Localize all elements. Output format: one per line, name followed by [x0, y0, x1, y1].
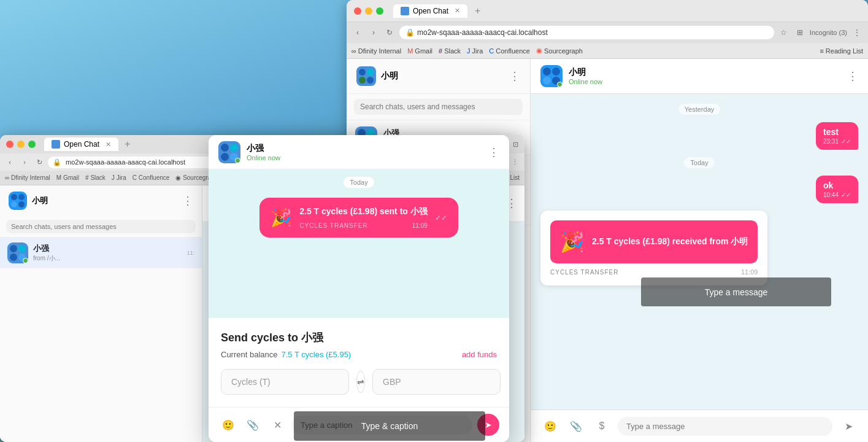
forward-btn-back[interactable]: › — [367, 26, 380, 39]
swap-button[interactable]: ⇌ — [356, 371, 365, 393]
bookmark-reading-list[interactable]: ≡ Reading List — [820, 47, 863, 55]
forward-btn-front[interactable]: › — [18, 156, 31, 168]
cycles-card-back: 🎉 2.5 T cycles (£1.98) received from 小明 … — [540, 211, 767, 285]
sidebar-header-back: 小明 ⋮ — [347, 59, 530, 94]
cycles-card-footer: CYCLES TRANSFER 11:09 — [550, 268, 758, 276]
menu-btn-front[interactable]: ⋮ — [509, 156, 521, 168]
modal-chat-status: Online now — [247, 154, 280, 161]
back-btn-front[interactable]: ‹ — [4, 156, 16, 168]
modal-cycles-label: CYCLES TRANSFER — [299, 222, 368, 229]
new-tab-btn-back[interactable]: + — [475, 6, 480, 17]
emoji-btn-back[interactable]: 🙂 — [540, 416, 560, 436]
close-button-front[interactable] — [6, 141, 13, 148]
back-btn-back[interactable]: ‹ — [351, 26, 364, 39]
modal-chat-area: Today 🎉 2.5 T cycles (£1.98) sent to 小强 … — [209, 169, 509, 318]
bm-jira-front[interactable]: J Jira — [112, 174, 126, 181]
avatar-dot-1 — [359, 69, 366, 76]
bookmark-slack[interactable]: # Slack — [439, 47, 461, 55]
url-bar-back[interactable]: 🔒 mo2w-sqaaa-aaaaa-aaacq-cai.localhost — [399, 26, 774, 39]
modal-online-indicator — [235, 158, 240, 163]
modal-cycles-bubble: 🎉 2.5 T cycles (£1.98) sent to 小强 CYCLES… — [259, 198, 458, 238]
emoji-btn-modal[interactable]: 🙂 — [218, 415, 238, 435]
search-input-back[interactable] — [354, 99, 523, 115]
extensions-btn-back[interactable]: ⊞ — [794, 26, 806, 39]
reload-btn-back[interactable]: ↻ — [383, 26, 396, 39]
add-funds-link[interactable]: add funds — [462, 350, 497, 359]
sourcegraph-icon: ◉ — [536, 47, 542, 55]
send-btn-back[interactable]: ➤ — [839, 416, 858, 436]
modal-more-btn[interactable]: ⋮ — [488, 145, 499, 159]
balance-label: Current balance — [221, 350, 278, 359]
slack-icon: # — [439, 47, 442, 55]
bookmark-confluence[interactable]: C Confluence — [489, 47, 530, 55]
swap-icon: ⇌ — [357, 377, 364, 387]
header-user-details: 小明 Online now — [569, 67, 602, 85]
browser-tab-front[interactable]: Open Chat ✕ — [44, 138, 118, 151]
send-cycles-form: Send cycles to 小强 Current balance 7.5 T … — [209, 318, 509, 407]
party-icon-back: 🎉 — [560, 230, 585, 254]
check-icon-ok: ✓✓ — [841, 192, 851, 198]
search-area-back — [347, 94, 530, 120]
bookmark-btn-back[interactable]: ☆ — [778, 26, 790, 39]
modal-today-label: Today — [344, 177, 374, 188]
chat-more-btn-back[interactable]: ⋮ — [847, 69, 858, 83]
tab-close-back[interactable]: ✕ — [455, 7, 460, 15]
attachment-btn-back[interactable]: 📎 — [566, 416, 586, 436]
online-front-1 — [23, 258, 28, 263]
my-avatar-front — [9, 192, 27, 210]
maximize-button-front[interactable] — [28, 141, 36, 148]
search-input-front[interactable] — [6, 220, 196, 233]
reading-list-icon: ≡ — [820, 47, 823, 55]
cycles-input[interactable] — [221, 369, 349, 395]
modal-cycles-text: 2.5 T cycles (£1.98) sent to 小强 — [299, 206, 428, 217]
bm-dfinity-front[interactable]: ∞ Dfinity Internal — [5, 174, 50, 181]
lock-icon-front: 🔒 — [53, 158, 61, 166]
my-name-front: 小明 — [32, 195, 48, 206]
send-cycles-title: Send cycles to 小强 — [221, 330, 497, 345]
expand-btn-front[interactable]: ⊡ — [513, 141, 518, 149]
new-tab-btn-front[interactable]: + — [125, 139, 130, 150]
chat-item-front-1[interactable]: 小强 from /小... 11: — [0, 238, 202, 268]
bookmark-jira[interactable]: J Jira — [467, 47, 483, 55]
tab-close-front[interactable]: ✕ — [106, 141, 111, 149]
minimize-button-back[interactable] — [365, 7, 372, 15]
reload-btn-front[interactable]: ↻ — [33, 156, 45, 168]
lock-icon-back: 🔒 — [405, 28, 415, 37]
bookmark-gmail[interactable]: M Gmail — [407, 47, 432, 55]
tab-label-back: Open Chat — [413, 7, 448, 15]
modal-cycles-footer: CYCLES TRANSFER 11:09 — [299, 222, 428, 229]
search-area-front — [0, 216, 202, 238]
sidebar-more-btn-back[interactable]: ⋮ — [509, 69, 520, 83]
message-ok: ok 10:44 ✓✓ — [816, 176, 858, 203]
bm-slack-front[interactable]: # Slack — [85, 174, 106, 181]
bm-confluence-front[interactable]: C Confluence — [133, 174, 170, 181]
date-today: Today — [684, 157, 714, 168]
bookmarks-bar-back: ∞ Dfinity Internal M Gmail # Slack J Jir… — [347, 43, 868, 59]
modal-messages: Today 🎉 2.5 T cycles (£1.98) sent to 小强 … — [209, 169, 509, 245]
close-button-back[interactable] — [354, 7, 361, 15]
msg-meta-ok: 10:44 ✓✓ — [823, 192, 851, 198]
header-user-name: 小明 — [569, 67, 602, 78]
checkmarks-modal: ✓✓ — [435, 214, 447, 222]
sidebar-more-btn-front[interactable]: ⋮ — [182, 194, 193, 207]
menu-btn-back[interactable]: ⋮ — [851, 26, 863, 39]
attachment-btn-modal[interactable]: 📎 — [243, 415, 263, 435]
bookmark-sourcegraph[interactable]: ◉ Sourcegraph — [536, 47, 583, 55]
chat-messages-back: Yesterday test 23:31 ✓✓ Today ok 10:44 ✓… — [531, 94, 868, 409]
incognito-label-back: Incognito (3) — [810, 29, 847, 36]
cycles-btn-back[interactable]: $ — [592, 416, 612, 436]
message-input-back[interactable] — [618, 417, 832, 436]
bookmark-dfinity[interactable]: ∞ Dfinity Internal — [351, 47, 401, 55]
close-btn-modal[interactable]: ✕ — [267, 415, 287, 435]
maximize-button-back[interactable] — [376, 7, 383, 15]
bm-gmail-front[interactable]: M Gmail — [56, 174, 79, 181]
avatar-dot-4 — [367, 77, 374, 83]
avatar-dot-2 — [367, 69, 374, 76]
xiaoming-avatar-wrapper — [540, 65, 563, 87]
currency-input[interactable] — [372, 369, 501, 395]
minimize-button-front[interactable] — [17, 141, 25, 148]
jira-icon: J — [467, 47, 470, 55]
dfinity-icon: ∞ — [351, 47, 356, 55]
browser-tab-back[interactable]: Open Chat ✕ — [393, 4, 467, 18]
chat-input-area-back: 🙂 📎 $ ➤ — [531, 409, 868, 442]
